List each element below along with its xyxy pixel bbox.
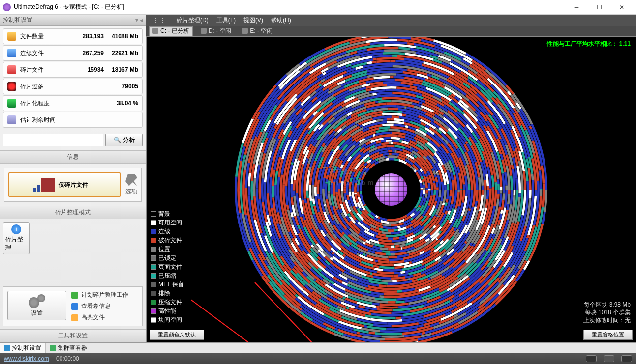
bottom-tabs: 控制和设置 集群查看器 <box>0 342 636 353</box>
last-mod-label: 上次修改时间：无 <box>583 316 631 324</box>
highlight-link[interactable]: 高亮文件 <box>71 313 138 322</box>
tools-section-label: 工具和设置 <box>0 329 146 342</box>
options-button[interactable]: 选项 <box>125 174 137 196</box>
drive-tab-e[interactable]: E: - 空闲 <box>239 27 275 36</box>
legend-item[interactable]: 破碎文件 <box>151 236 184 245</box>
grip-icon[interactable]: ⋮⋮ <box>150 17 170 24</box>
legend-item[interactable]: 可用空间 <box>151 219 184 227</box>
status-pill-1[interactable] <box>586 355 597 362</box>
legend-swatch <box>151 229 156 234</box>
legend-label: 块间空间 <box>158 316 182 324</box>
disk-visualization[interactable]: 性能与工厂平均水平相比： 1.11 安下载 anxz.com 背景可用空间连续破… <box>146 36 636 342</box>
elapsed-time: 00:00:00 <box>56 355 79 362</box>
legend-label: 页面文件 <box>158 263 182 271</box>
app-icon <box>3 3 11 11</box>
legend-item[interactable]: 背景 <box>151 210 184 218</box>
panel-icon <box>4 345 10 351</box>
legend-item[interactable]: 已锁定 <box>151 254 184 262</box>
legend-item[interactable]: 位置 <box>151 245 184 253</box>
legend-item[interactable]: 连续 <box>151 227 184 236</box>
calendar-icon <box>71 292 78 299</box>
drive-tabs: C: - 已分析 D: - 空闲 E: - 空闲 <box>146 26 636 36</box>
reset-colors-button[interactable]: 重置颜色为默认 <box>150 330 204 340</box>
center-orb <box>375 173 407 206</box>
legend-swatch <box>151 282 156 287</box>
tab-cluster-viewer[interactable]: 集群查看器 <box>46 343 91 353</box>
legend-item[interactable]: 排除 <box>151 289 184 298</box>
disc-hub <box>364 163 418 217</box>
legend-swatch <box>151 308 156 314</box>
legend-swatch <box>151 220 156 225</box>
info-section-label: 信息 <box>0 150 146 164</box>
drive-icon <box>242 28 248 34</box>
stat-frag-degree: 碎片化程度38.04 % <box>3 95 143 111</box>
legend-label: 破碎文件 <box>158 236 182 245</box>
drive-tab-d[interactable]: D: - 空闲 <box>198 27 235 36</box>
vendor-link[interactable]: www.disktrix.com <box>4 355 49 362</box>
status-bar: www.disktrix.com 00:00:00 <box>0 353 636 364</box>
reset-window-button[interactable]: 重置窗格位置 <box>583 330 633 340</box>
frag-only-button[interactable]: 仅碎片文件 <box>8 172 121 197</box>
fragmented-icon <box>7 65 16 74</box>
stat-excess-frag: 碎片过多79005 <box>3 79 143 94</box>
legend-swatch <box>151 317 156 323</box>
legend-item[interactable]: 已压缩 <box>151 272 184 280</box>
mode-panel: 仅碎片文件 选项 <box>4 168 142 202</box>
menu-help[interactable]: 帮助(H) <box>268 16 294 25</box>
mode-section-label: 碎片整理模式 <box>0 206 146 219</box>
magnify-icon: 🔍 <box>114 137 121 143</box>
block-info: 每个区块 3.98 Mb 每块 1018 个群集 上次修改时间：无 <box>583 301 631 324</box>
bulb-icon <box>71 314 78 321</box>
defrag-tab-button[interactable]: i 碎片整理 <box>3 222 30 254</box>
status-pill-3[interactable] <box>621 355 632 362</box>
menu-defrag[interactable]: 碎片整理(D) <box>174 16 212 25</box>
stat-file-count: 文件数量283,19341088 Mb <box>3 28 143 44</box>
drive-icon <box>152 28 158 34</box>
legend-label: 高性能 <box>158 307 176 315</box>
legend-label: 连续 <box>158 227 170 236</box>
close-button[interactable]: ✕ <box>610 0 633 15</box>
contiguous-icon <box>7 49 16 57</box>
color-legend: 背景可用空间连续破碎文件位置已锁定页面文件已压缩MFT 保留排除压缩文件高性能块… <box>151 210 184 324</box>
legend-item[interactable]: MFT 保留 <box>151 280 184 289</box>
legend-label: 已锁定 <box>158 254 176 262</box>
info-icon: i <box>11 224 21 234</box>
content-area: ⋮⋮ 碎片整理(D) 工具(T) 视图(V) 帮助(H) C: - 已分析 D:… <box>146 15 636 342</box>
legend-label: 已压缩 <box>158 272 176 280</box>
legend-item[interactable]: 高性能 <box>151 307 184 315</box>
cluster-label: 每块 1018 个群集 <box>583 308 631 316</box>
legend-swatch <box>151 255 156 261</box>
volume-info-link[interactable]: 查看卷信息 <box>71 302 138 310</box>
window-titlebar: UltimateDefrag 6 - 专家模式 - [C: - 已分析] ─ ☐… <box>0 0 636 15</box>
maximize-button[interactable]: ☐ <box>588 0 610 15</box>
search-input[interactable] <box>3 134 103 146</box>
minimize-button[interactable]: ─ <box>565 0 588 15</box>
clock-icon <box>7 115 16 124</box>
settings-button[interactable]: 设置 <box>7 291 66 320</box>
drive-tab-c[interactable]: C: - 已分析 <box>149 26 193 36</box>
collapse-icon[interactable]: ▾ ◂ <box>135 17 143 24</box>
status-pill-2[interactable] <box>604 355 614 362</box>
legend-swatch <box>151 291 156 296</box>
excess-icon <box>7 82 16 91</box>
sidebar-header: 控制和设置 ▾ ◂ <box>0 15 146 26</box>
info-icon <box>71 303 78 310</box>
legend-label: 压缩文件 <box>158 298 182 307</box>
legend-item[interactable]: 压缩文件 <box>151 298 184 307</box>
schedule-link[interactable]: 计划碎片整理工作 <box>71 291 138 299</box>
tab-control-settings[interactable]: 控制和设置 <box>0 343 46 353</box>
menu-view[interactable]: 视图(V) <box>241 16 266 25</box>
legend-item[interactable]: 块间空间 <box>151 316 184 324</box>
stats-panel: 文件数量283,19341088 Mb 连续文件267,25922921 Mb … <box>0 26 146 132</box>
window-title: UltimateDefrag 6 - 专家模式 - [C: - 已分析] <box>14 3 565 11</box>
gears-icon <box>29 294 45 308</box>
legend-label: MFT 保留 <box>158 280 184 289</box>
analyze-button[interactable]: 🔍分析 <box>105 134 143 146</box>
menu-tools[interactable]: 工具(T) <box>213 16 239 25</box>
legend-item[interactable]: 页面文件 <box>151 263 184 271</box>
files-icon <box>7 32 16 41</box>
block-size-label: 每个区块 3.98 Mb <box>583 301 631 308</box>
sidebar: 控制和设置 ▾ ◂ 文件数量283,19341088 Mb 连续文件267,25… <box>0 15 146 342</box>
legend-swatch <box>151 238 156 243</box>
legend-swatch <box>151 300 156 305</box>
